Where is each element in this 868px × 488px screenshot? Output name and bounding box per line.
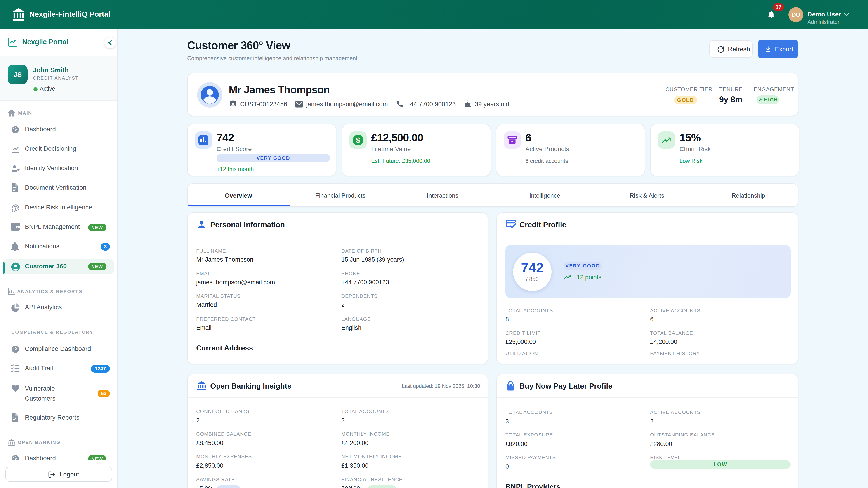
- svg-text:$: $: [356, 136, 360, 144]
